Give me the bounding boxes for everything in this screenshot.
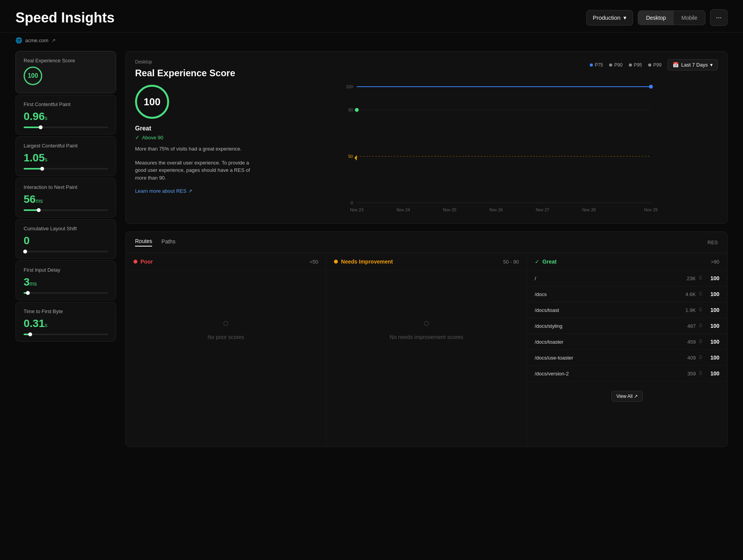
routes-header: Routes Paths RES [126,232,727,253]
progress-thumb-lcp [40,167,44,171]
metric-title-fid: First Input Delay [24,267,108,273]
desktop-button[interactable]: Desktop [638,11,673,25]
chart-status-sub: ✓ Above 90 [135,134,259,140]
route-score-7: 100 [705,370,719,377]
progress-thumb-fcp [39,125,43,129]
legend-p75: P75 [590,62,603,68]
chart-description2: Measures the overall user experience. To… [135,159,259,182]
route-score-6: 100 [705,354,719,361]
check-icon: ✓ [135,134,140,140]
table-row: /docs 4.6K ⠿ 100 [527,286,727,302]
more-options-button[interactable]: ··· [710,9,728,26]
chart-graph: P75 P90 P95 P99 [274,59,718,216]
metric-card-inp[interactable]: Interaction to Next Paint 56ms [15,178,116,217]
device-toggle: Desktop Mobile [638,10,705,25]
metric-title-inp: Interaction to Next Paint [24,184,108,190]
metric-value-cls: 0 [24,235,108,247]
chart-score-circle: 100 [135,85,169,119]
environment-selector[interactable]: Production ▾ [586,10,633,26]
metric-title-res: Real Experience Score [24,58,108,63]
svg-text:Nov 23: Nov 23 [350,207,364,212]
routes-col-needs: Needs Improvement 50 - 90 ○ No needs imp… [326,253,527,447]
route-score-3: 100 [705,307,719,313]
dots-icon-6: ⠿ [699,355,702,360]
tab-paths[interactable]: Paths [161,238,175,246]
metric-card-fcp[interactable]: First Contentful Paint 0.96s [15,95,116,135]
progress-bar-inp [24,209,108,211]
route-count-7: 359 [687,371,696,377]
col-range-poor: <50 [310,259,318,265]
mobile-button[interactable]: Mobile [674,11,705,25]
learn-more-link[interactable]: Learn more about RES ↗ [135,188,192,194]
progress-bar-fcp [24,127,108,128]
progress-thumb-fid [26,291,30,295]
metric-value-lcp: 1.05s [24,152,108,164]
col-label-great: Great [543,259,557,265]
metric-card-ttfb[interactable]: Time to First Byte 0.31s [15,302,116,342]
route-meta-3: 1.9K ⠿ 100 [685,307,719,313]
empty-needs-icon: ○ [423,317,430,329]
progress-bar-fid [24,292,108,294]
col-range-great: >90 [711,259,719,265]
great-status-icon: ✓ [535,259,539,265]
col-range-needs: 50 - 90 [503,259,519,265]
metric-value-fid: 3ms [24,276,108,288]
dots-icon-5: ⠿ [699,339,702,344]
metric-card-res[interactable]: Real Experience Score 100 [15,51,116,93]
route-path-1: / [535,276,536,281]
empty-poor-icon: ○ [223,317,229,329]
route-path-6: /docs/use-toaster [535,355,574,361]
chart-description: More than 75% of visits had a great expe… [135,145,259,153]
progress-thumb-inp [37,208,41,212]
subheader: 🌐 acme.com ↗ [0,33,743,48]
route-count-5: 459 [687,339,696,345]
page-title: Speed Insights [15,10,115,26]
tab-routes[interactable]: Routes [135,238,152,247]
metric-title-ttfb: Time to First Byte [24,308,108,314]
svg-text:Nov 28: Nov 28 [582,207,596,212]
route-count-1: 23K [687,276,696,281]
svg-point-9 [649,85,653,89]
metric-value-ttfb: 0.31s [24,317,108,330]
chart-section: Desktop Real Experience Score 100 Great … [125,51,728,224]
chart-svg-wrapper: 100 90 50 0 [274,75,718,216]
metric-badge-res: 100 [24,67,42,85]
time-range-selector[interactable]: 📅 Last 7 Days ▾ [668,59,718,70]
metric-card-lcp[interactable]: Largest Contentful Paint 1.05s [15,136,116,176]
site-link[interactable]: acme.com [25,38,48,43]
svg-text:Nov 27: Nov 27 [536,207,550,212]
svg-text:Nov 24: Nov 24 [397,207,410,212]
progress-fill-fcp [24,127,41,128]
route-meta-5: 459 ⠿ 100 [687,339,719,345]
progress-bar-lcp [24,168,108,170]
view-all-button[interactable]: View All ↗ [611,391,643,402]
dots-icon-7: ⠿ [699,371,702,376]
metric-card-fid[interactable]: First Input Delay 3ms [15,260,116,300]
svg-text:0: 0 [351,200,353,205]
progress-thumb-ttfb [28,332,32,336]
needs-status-dot [334,260,338,264]
progress-fill-lcp [24,168,42,170]
table-row: /docs/version-2 359 ⠿ 100 [527,366,727,382]
empty-poor: ○ No poor scores [126,271,326,387]
p95-dot [629,63,632,67]
header-controls: Production ▾ Desktop Mobile ··· [586,9,728,26]
table-row: /docs/toaster 459 ⠿ 100 [527,334,727,350]
poor-status-dot [134,260,137,264]
route-score-4: 100 [705,323,719,329]
route-path-3: /docs/toast [535,307,559,313]
metric-title-fcp: First Contentful Paint [24,101,108,107]
routes-res-label: RES [707,240,718,245]
routes-columns: Poor <50 ○ No poor scores Needs Improvem… [126,253,727,447]
svg-point-10 [355,108,359,112]
svg-text:Nov 26: Nov 26 [490,207,503,212]
route-meta-1: 23K ⠿ 100 [687,275,719,281]
col-header-needs: Needs Improvement 50 - 90 [326,253,526,271]
svg-text:90: 90 [348,108,353,112]
col-label-poor: Poor [140,259,153,265]
chevron-down-icon-time: ▾ [710,62,713,68]
metric-card-cls[interactable]: Cumulative Layout Shift 0 [15,219,116,259]
col-label-needs: Needs Improvement [341,259,393,265]
chart-tab-label: Desktop [135,59,259,65]
route-count-6: 409 [687,355,696,361]
